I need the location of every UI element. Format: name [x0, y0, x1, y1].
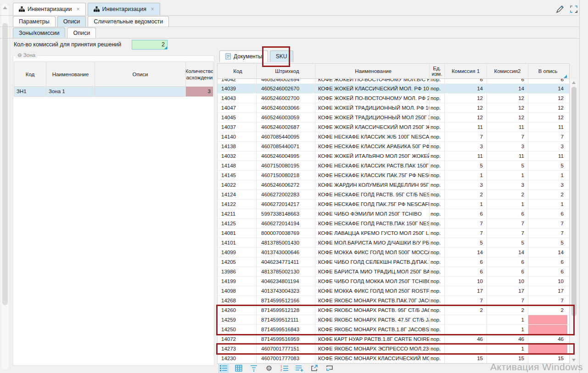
sku-table-row[interactable]: 14205 4046234771411 КОФЕ ЧИБО ГОЛД СЕЛЕК… — [218, 257, 569, 267]
sku-to-opis-cell: 11 — [528, 122, 567, 132]
tab-documents[interactable]: Документы — [219, 50, 268, 62]
sku-table-row[interactable]: 14037 4605246002687 КОФЕ ЖОКЕЙ КЛАССИЧЕС… — [218, 122, 569, 132]
sku-table-row[interactable]: 14125 4606272014194 КОФЕ НЕСКАФЕ ГОЛД РА… — [218, 219, 569, 228]
sku-to-opis-cell: 5 — [528, 238, 567, 247]
sku-table-row[interactable]: 14122 4606272014217 КОФЕ НЕСКАФЕ ГОЛД ПА… — [218, 200, 569, 209]
sku-table-row[interactable]: 14268 8714599512166 КОФЕ ЯКОБС МОНАРХ РА… — [218, 296, 569, 306]
annotation-box-row-14273 — [216, 343, 575, 355]
app-window: Инвентаризации × Инвентаризация × Параме… — [0, 0, 588, 373]
sku-toolbar: ⚙ 12 — [218, 363, 335, 373]
column-header-unit[interactable]: Ед. изм. — [430, 64, 445, 78]
section-tab[interactable]: Параметры — [13, 16, 56, 27]
sku-commission2-cell: 10 — [487, 277, 528, 286]
log-entry[interactable] — [582, 72, 588, 83]
log-entry[interactable] — [582, 32, 588, 42]
edit-pencil-icon[interactable] — [555, 5, 565, 15]
sku-to-opis-cell: 46 — [528, 334, 567, 344]
subsection-tab-bar: Зоны/комиссии Описи — [13, 28, 98, 38]
section-tab[interactable]: Сличительные ведомости — [88, 16, 169, 27]
sku-table-row[interactable]: 14043 4605246002700 КОФЕ ЖОКЕЙ ПО-ВОСТОЧ… — [218, 94, 569, 103]
commission-count-input[interactable]: 2 — [132, 40, 168, 50]
sku-table-row[interactable]: 14138 4607085440071 КОФЕ НЕСКАФЕ КЛАССИК… — [218, 142, 569, 151]
sku-table-row[interactable]: 14124 4606272002283 КОФЕ НЕСКАФЕ ГОЛД РА… — [218, 190, 569, 200]
sku-table-row[interactable]: 14032 4605246004995 КОФЕ ЖОКЕЙ ИТАЛЬЯНО … — [218, 151, 569, 161]
close-icon[interactable]: × — [77, 6, 80, 12]
sku-table-row[interactable]: 14140 4607085440095 КОФЕ НЕСКАФЕ КЛАССИК… — [218, 132, 569, 142]
scroll-up-arrow-icon[interactable] — [572, 81, 576, 84]
sku-to-opis-cell: 3 — [528, 180, 567, 189]
sku-name-cell: КОФЕ НЕСКАФЕ КЛАССИК АРАБИКА 50Г РФ — [315, 142, 430, 151]
scroll-up-arrow-icon[interactable] — [3, 6, 7, 9]
column-header[interactable]: Код — [14, 61, 46, 87]
collapse-icon[interactable]: ⊖ — [17, 52, 22, 58]
grid-view-button[interactable] — [233, 363, 244, 373]
sku-table-row[interactable]: 14042 4605246002694 КОФЕ ЖОКЕЙ ПО-ВОСТОЧ… — [218, 79, 569, 84]
sku-table-row[interactable]: 14099 4013743000646 КОФЕ МОККА ФИКС ГОЛД… — [218, 248, 569, 257]
sku-commission2-cell: 6 — [487, 79, 528, 84]
sku-table-row[interactable]: 14072 8714599516959 КОФЕ КАРТ НУАР РАСТВ… — [218, 334, 569, 344]
sku-table-row[interactable]: 14148 4607150080195 КОФЕ НЕСКАФЕ КЛАССИК… — [218, 161, 569, 171]
sku-table-row[interactable]: 14211 5997338148663 КОФЕ ЧИБО ФЭМИЛИ МОЛ… — [218, 209, 569, 219]
list-view-button[interactable] — [218, 363, 229, 373]
log-entry[interactable] — [582, 62, 588, 72]
numbered-list-button[interactable]: 12 — [279, 363, 290, 373]
annotation-box-rows-group — [216, 305, 575, 335]
sku-to-opis-cell: 6 — [528, 79, 567, 84]
sku-code-cell: 14037 — [218, 122, 257, 132]
sku-table-row[interactable]: 14101 4813785001430 КОФЕ МОЛ.БАРИСТА МИО… — [218, 238, 569, 248]
column-header[interactable]: Количество расхождений — [186, 61, 213, 87]
add-to-list-icon — [295, 365, 303, 372]
column-header-to-opis[interactable]: В опись — [528, 64, 567, 78]
sku-barcode-cell: 4607085440095 — [257, 132, 315, 141]
sku-unit-cell: пор. — [430, 113, 445, 122]
sku-table-row[interactable]: 13986 4813785002130 КОФЕ БАРИСТА МИО ТРА… — [218, 267, 569, 277]
section-tab-label: Сличительные ведомости — [94, 18, 163, 25]
log-entry[interactable] — [582, 22, 588, 32]
zone-group-legend[interactable]: ⊖ Зона — [16, 52, 37, 58]
section-tab[interactable]: Описи — [57, 16, 86, 27]
add-to-list-button[interactable] — [294, 363, 305, 373]
sku-table-row[interactable]: 14098 4013743004323 КОФЕ МОККА ФИКС ГОЛД… — [218, 286, 569, 296]
sku-table-row[interactable]: 14199 4046234801194 КОФЕ ЧИБО ГОЛД МОККА… — [218, 277, 569, 286]
column-header[interactable]: Наименование — [46, 61, 95, 87]
settings-button[interactable]: ⚙ — [263, 363, 274, 373]
left-scrollbar[interactable] — [1, 4, 9, 370]
column-header-code[interactable]: Код — [218, 64, 257, 78]
close-icon[interactable]: × — [151, 6, 154, 12]
open-external-button[interactable] — [309, 363, 320, 373]
filter-button[interactable] — [248, 363, 259, 373]
fullscreen-icon[interactable] — [569, 5, 578, 15]
zone-table-row[interactable]: ЗН1 Зона 1 3 — [14, 87, 213, 97]
log-entry[interactable] — [582, 12, 588, 22]
sku-name-cell: КОФЕ ЖАРДИН КОЛУМБИЯ МЕДЕЛЛИН 95Г — [315, 180, 430, 189]
window-tab[interactable]: Инвентаризации × — [13, 3, 86, 15]
sku-scrollbar-thumb[interactable] — [571, 87, 577, 316]
column-header[interactable]: Описи — [95, 61, 186, 87]
column-header-commission1[interactable]: Комиссия 1 — [445, 64, 487, 78]
log-entry[interactable] — [582, 2, 588, 12]
log-entry[interactable] — [582, 52, 588, 62]
refresh-button[interactable] — [324, 363, 335, 373]
sku-table-row[interactable]: 14045 4605246003059 КОФЕ ЖОКЕЙ ТРАДИЦИОН… — [218, 113, 569, 122]
subsection-tab[interactable]: Зоны/комиссии — [13, 28, 65, 38]
left-scrollbar-thumb[interactable] — [2, 23, 8, 305]
sku-table-row[interactable]: 14047 4605246003066 КОФЕ ЖОКЕЙ ТРАДИЦИОН… — [218, 103, 569, 113]
right-panel-divider[interactable] — [579, 0, 580, 373]
window-tab[interactable]: Инвентаризация × — [88, 3, 160, 15]
sku-unit-cell: пор. — [430, 228, 445, 238]
sku-table-row[interactable]: 14022 4605246006272 КОФЕ ЖАРДИН КОЛУМБИЯ… — [218, 180, 569, 190]
sku-table-row[interactable]: 14145 4607150080218 КОФЕ НЕСКАФЕ КЛАССИК… — [218, 171, 569, 180]
subsection-tab[interactable]: Описи — [67, 28, 96, 38]
column-header-name[interactable]: Наименование — [315, 64, 430, 78]
sku-code-cell: 14205 — [218, 257, 257, 267]
sku-to-opis-cell: 5 — [528, 161, 567, 170]
annotation-box-sku-tab — [262, 46, 290, 67]
column-header-commission2[interactable]: Комиссия2 — [487, 64, 528, 78]
sku-table-row[interactable]: 14039 4605246002670 КОФЕ ЖОКЕЙ КЛАССИЧЕС… — [218, 84, 569, 94]
sku-table-row[interactable]: 14081 8000070038769 КОФЕ ЛАВАЦЦА КРЕМО Г… — [218, 228, 569, 238]
sku-code-cell: 14081 — [218, 228, 257, 238]
sku-name-cell: КОФЕ ЯКОБС МОНАРХ КЛАССИЧЕСКИЙ МОЛ — [315, 354, 430, 363]
log-entry[interactable] — [582, 42, 588, 52]
sku-code-cell: 14098 — [218, 286, 257, 295]
divider — [0, 27, 579, 27]
